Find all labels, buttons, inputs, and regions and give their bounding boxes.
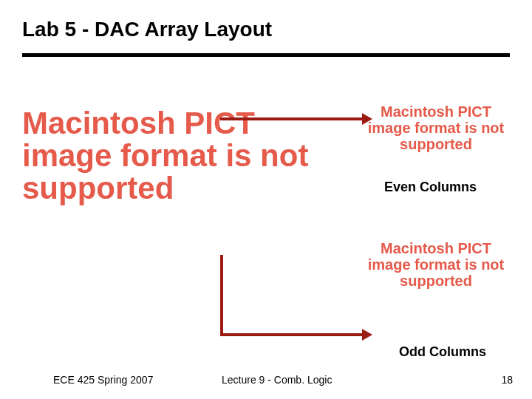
footer-page-number: 18: [501, 374, 513, 386]
odd-columns-label: Odd Columns: [399, 344, 486, 360]
pict-error-bottom-right: Macintosh PICT image format is not suppo…: [362, 240, 510, 289]
title-divider: [22, 53, 510, 57]
slide-title: Lab 5 - DAC Array Layout: [22, 18, 272, 41]
arrow-odd-columns-vertical: [220, 255, 223, 336]
pict-error-main: Macintosh PICT image format is not suppo…: [22, 107, 318, 205]
arrow-even-columns: [220, 117, 362, 120]
even-columns-label: Even Columns: [384, 180, 477, 195]
arrow-odd-columns-horizontal: [220, 333, 362, 336]
pict-error-top-right: Macintosh PICT image format is not suppo…: [362, 103, 510, 152]
footer-lecture: Lecture 9 - Comb. Logic: [222, 374, 332, 386]
footer-course: ECE 425 Spring 2007: [53, 374, 153, 386]
